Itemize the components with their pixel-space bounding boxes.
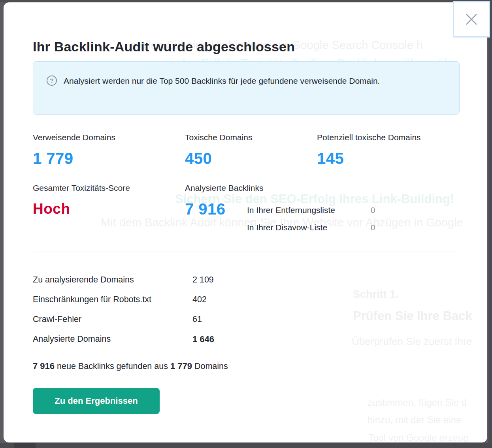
result-text: neue Backlinks gefunden aus [55, 361, 170, 371]
close-button[interactable] [453, 1, 490, 38]
stat-label: Gesamter Toxizitäts-Score [33, 182, 143, 194]
stat-label: Analysierte Backlinks [185, 182, 296, 194]
stat-label: Toxische Domains [185, 131, 296, 144]
summary-value: 61 [192, 314, 202, 324]
section-divider [33, 252, 460, 252]
disavow-list-label: In Ihrer Disavow-Liste [247, 219, 371, 236]
summary-value: 1 646 [192, 334, 214, 344]
dimmed-background-right [488, 0, 492, 448]
stat-value: 1 779 [33, 150, 167, 167]
ghost-text: Prüfen Sie Ihre Back [353, 309, 472, 323]
ghost-text: zustimmen, fügen Sie d [368, 397, 467, 408]
removal-list-label: In Ihrer Entfernungsliste [247, 201, 371, 218]
result-sentence: 7 916 neue Backlinks gefunden aus 1 779 … [33, 361, 228, 371]
stat-value: 145 [317, 150, 460, 167]
summary-row: Zu analysierende Domains 2 109 [33, 275, 214, 295]
summary-value: 402 [192, 295, 207, 305]
disavow-list-row: In Ihrer Disavow-Liste 0 [247, 219, 375, 236]
removal-list-count: 0 [371, 202, 375, 219]
removal-list-row: In Ihrer Entfernungsliste 0 [247, 201, 375, 219]
ghost-text: Überprüfen Sie zuerst Ihre [352, 335, 472, 348]
dimmed-background-bottom [0, 443, 492, 448]
backlink-lists: In Ihrer Entfernungsliste 0 In Ihrer Dis… [247, 201, 375, 236]
info-note-text: Analysiert werden nur die Top 500 Backli… [64, 74, 380, 88]
stat-toxic-domains: Toxische Domains 450 [167, 131, 299, 172]
ghost-text: Schritt 1. [353, 288, 399, 301]
domains-count: 1 779 [170, 361, 192, 371]
disavow-list-count: 0 [371, 219, 375, 236]
dimmed-background-element [14, 443, 36, 448]
stat-referring-domains: Verweisende Domains 1 779 [33, 131, 167, 172]
summary-row: Einschränkungen für Robots.txt 402 [33, 295, 214, 314]
backlink-audit-dialog: stellen Sie eine Verbindung zur Google S… [4, 2, 487, 442]
summary-row: Analysierte Domains 1 646 [33, 334, 214, 354]
help-icon: ? [47, 75, 57, 86]
stat-value: Hoch [33, 200, 167, 218]
stats-row-top: Verweisende Domains 1 779 Toxische Domai… [33, 131, 460, 172]
go-to-results-button[interactable]: Zu den Ergebnissen [33, 388, 160, 414]
stat-potentially-toxic-domains: Potenziell toxische Domains 145 [299, 131, 460, 172]
stat-label: Verweisende Domains [33, 131, 143, 144]
info-note-box: ? Analysiert werden nur die Top 500 Back… [33, 61, 460, 115]
stat-overall-toxic-score: Gesamter Toxizitäts-Score Hoch [33, 182, 167, 237]
close-icon [462, 10, 481, 28]
stat-analyzed-backlinks: Analysierte Backlinks 7 916 In Ihrer Ent… [167, 182, 460, 237]
ghost-text: Tool von Google erzeug [368, 432, 469, 442]
crawl-summary-list: Zu analysierende Domains 2 109 Einschrän… [33, 275, 214, 354]
dialog-title: Ihr Backlink-Audit wurde abgeschlossen [33, 39, 295, 55]
new-backlinks-count: 7 916 [33, 361, 55, 371]
summary-row: Crawl-Fehler 61 [33, 314, 214, 334]
ghost-text: hinzu, mit der Sie eine [368, 414, 461, 425]
summary-value: 2 109 [192, 275, 214, 285]
summary-label: Analysierte Domains [33, 334, 192, 344]
result-text: Domains [192, 361, 228, 371]
stat-value: 7 916 [185, 200, 247, 218]
summary-label: Crawl-Fehler [33, 314, 192, 324]
stat-label: Potenziell toxische Domains [317, 131, 428, 144]
summary-label: Zu analysierende Domains [33, 275, 192, 285]
stats-row-bottom: Gesamter Toxizitäts-Score Hoch Analysier… [33, 182, 460, 237]
summary-label: Einschränkungen für Robots.txt [33, 295, 192, 305]
stat-value: 450 [185, 150, 299, 167]
